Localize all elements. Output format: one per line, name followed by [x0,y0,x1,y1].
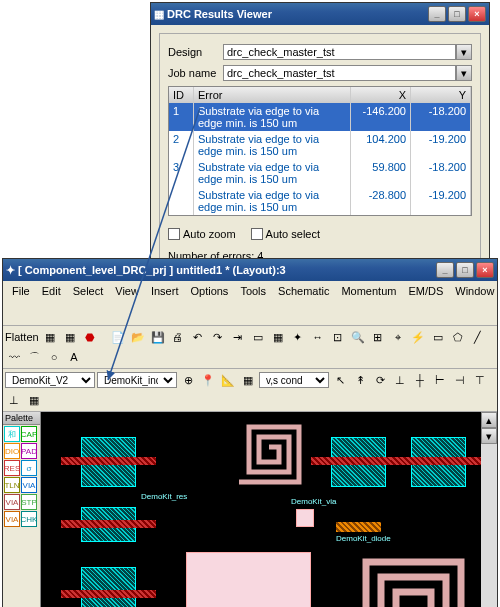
component-bar[interactable] [61,457,156,465]
palette-item[interactable]: TLN [4,477,20,493]
scrollbar-v[interactable]: ▴ ▾ [481,412,497,607]
stop-icon[interactable]: ⬣ [81,328,99,346]
job-input[interactable] [223,65,456,81]
col-x[interactable]: X [351,87,411,103]
circle-icon[interactable]: ○ [45,348,63,366]
spiral-inductor[interactable] [234,422,304,487]
tool-icon[interactable]: ⊢ [431,371,449,389]
spiral-inductor[interactable] [341,552,466,607]
component-bar[interactable] [61,590,156,598]
palette-item[interactable]: 和 [4,426,20,442]
poly-icon[interactable]: ⬠ [449,328,467,346]
minimize-button[interactable]: _ [436,262,454,278]
component-mesh[interactable] [81,567,136,607]
menu-item[interactable]: Edit [37,283,66,323]
menu-item[interactable]: Select [68,283,109,323]
cell-select[interactable]: DemoKit_ind [97,372,177,388]
arc-icon[interactable]: ⌒ [25,348,43,366]
lib-select[interactable]: DemoKit_V2 [5,372,95,388]
menu-item[interactable]: Window [450,283,499,323]
component-bar[interactable] [391,457,481,465]
palette-item[interactable]: STP [21,494,37,510]
palette-item[interactable]: RES [4,460,20,476]
tool-icon[interactable]: ▦ [239,371,257,389]
tool-icon[interactable]: ⌖ [389,328,407,346]
save-icon[interactable]: 💾 [149,328,167,346]
tool-icon[interactable]: ⊞ [369,328,387,346]
tool-icon[interactable]: ⟳ [371,371,389,389]
palette-item[interactable]: VIA [21,477,37,493]
rect-icon[interactable]: ▭ [429,328,447,346]
line-icon[interactable]: ╱ [469,328,487,346]
tool-icon[interactable]: ▦ [61,328,79,346]
palette-item[interactable]: CHK [21,511,37,527]
menu-item[interactable]: Tools [235,283,271,323]
col-id[interactable]: ID [169,87,194,103]
close-button[interactable]: × [476,262,494,278]
tool-icon[interactable]: ⊣ [451,371,469,389]
dropdown-icon[interactable]: ▾ [456,44,472,60]
pin-icon[interactable]: 📍 [199,371,217,389]
tool-icon[interactable]: ▦ [41,328,59,346]
component-bar[interactable] [61,520,156,528]
lightning-icon[interactable]: ⚡ [409,328,427,346]
new-icon[interactable]: 📄 [109,328,127,346]
tool-icon[interactable]: ↟ [351,371,369,389]
maximize-button[interactable]: □ [456,262,474,278]
print-icon[interactable]: 🖨 [169,328,187,346]
menu-item[interactable]: View [110,283,144,323]
open-icon[interactable]: 📂 [129,328,147,346]
ruler-icon[interactable]: 📐 [219,371,237,389]
scroll-up-icon[interactable]: ▴ [481,412,497,428]
auto-select-checkbox[interactable]: Auto select [251,228,320,240]
table-row[interactable]: 3Substrate via edge to via edge min. is … [169,159,471,187]
layout-canvas[interactable]: DemoKit_res DemoKit_via DemoKit_diode [41,412,481,607]
menu-item[interactable]: EM/DS [403,283,448,323]
scroll-down-icon[interactable]: ▾ [481,428,497,444]
menu-item[interactable]: Insert [146,283,184,323]
cursor-icon[interactable]: ↖ [331,371,349,389]
tool-icon[interactable]: ⊤ [471,371,489,389]
maximize-button[interactable]: □ [448,6,466,22]
tool-icon[interactable]: ▭ [249,328,267,346]
tool-icon[interactable]: ⊕ [179,371,197,389]
design-input[interactable] [223,44,456,60]
undo-icon[interactable]: ↶ [189,328,207,346]
palette-item[interactable]: VIA [4,494,20,510]
palette-item[interactable]: CAP [21,426,37,442]
table-row[interactable]: 2Substrate via edge to via edge min. is … [169,131,471,159]
layer-select[interactable]: v,s cond [259,372,329,388]
auto-zoom-checkbox[interactable]: Auto zoom [168,228,236,240]
dropdown-icon[interactable]: ▾ [456,65,472,81]
col-y[interactable]: Y [411,87,471,103]
tool-icon[interactable]: ↔ [309,328,327,346]
tool-icon[interactable]: ⊡ [329,328,347,346]
diode[interactable] [336,522,381,532]
palette-item[interactable]: σ [21,460,37,476]
palette-item[interactable]: VIA [4,511,20,527]
close-button[interactable]: × [468,6,486,22]
menu-item[interactable]: Schematic [273,283,334,323]
table-row[interactable]: 1Substrate via edge to via edge min. is … [169,103,471,131]
tool-icon[interactable]: ▦ [25,391,43,409]
tool-icon[interactable]: ⊥ [391,371,409,389]
col-error[interactable]: Error [194,87,351,103]
menu-item[interactable]: Options [185,283,233,323]
tool-icon[interactable]: ✦ [289,328,307,346]
pad[interactable] [186,552,311,607]
text-icon[interactable]: A [65,348,83,366]
zoom-icon[interactable]: 🔍 [349,328,367,346]
path-icon[interactable]: 〰 [5,348,23,366]
table-row[interactable]: Substrate via edge to via edge min. is 1… [169,187,471,215]
redo-icon[interactable]: ↷ [209,328,227,346]
palette-item[interactable]: DIO [4,443,20,459]
tool-icon[interactable]: ⊥ [5,391,23,409]
menu-item[interactable]: File [7,283,35,323]
minimize-button[interactable]: _ [428,6,446,22]
palette-item[interactable]: PAD [21,443,37,459]
tool-icon[interactable]: ┼ [411,371,429,389]
menu-item[interactable]: Momentum [336,283,401,323]
tool-icon[interactable]: ▦ [269,328,287,346]
via[interactable] [296,509,314,527]
end-icon[interactable]: ⇥ [229,328,247,346]
